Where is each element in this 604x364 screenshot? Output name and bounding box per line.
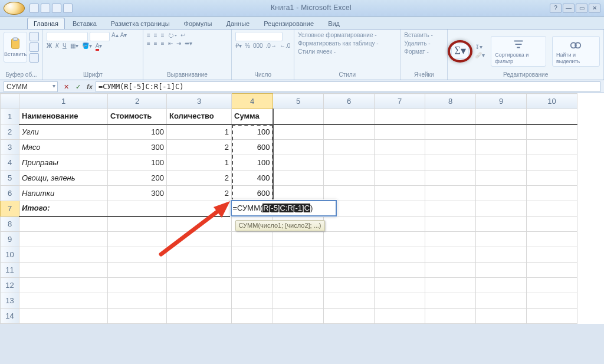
cell[interactable] [19,263,108,278]
tab-вид[interactable]: Вид [321,18,346,29]
cell[interactable] [19,293,108,309]
underline-icon[interactable]: Ч [63,42,67,50]
cell[interactable] [527,140,577,155]
cell[interactable] [425,232,476,247]
cell[interactable] [527,232,577,247]
font-color-icon[interactable]: A▾ [96,42,103,50]
row-header[interactable]: 12 [1,278,19,293]
col-header[interactable]: 8 [425,94,476,109]
cell[interactable] [476,170,527,186]
cell[interactable] [167,278,232,293]
row-header[interactable]: 3 [1,140,19,155]
cell[interactable] [19,309,108,324]
tab-рецензирование[interactable]: Рецензирование [257,18,320,29]
cell[interactable] [375,124,425,140]
row-header[interactable]: 14 [1,309,19,324]
cell[interactable]: 100 [108,124,167,140]
percent-icon[interactable]: % [245,42,250,50]
cell[interactable]: Угли [19,124,108,140]
cell[interactable] [167,201,232,217]
number-format-select[interactable] [235,32,283,41]
col-header[interactable]: 5 [273,94,324,109]
cell[interactable] [527,170,577,186]
cell[interactable]: Наименование [19,109,108,124]
cell[interactable] [108,293,167,309]
cell[interactable] [425,217,476,232]
clear-button[interactable]: 🩹▾ [475,52,485,59]
cell[interactable]: 100 [108,155,167,170]
cell[interactable] [273,309,324,324]
cell[interactable] [425,309,476,324]
col-header[interactable]: 4 [232,94,273,109]
copy-icon[interactable] [29,42,39,52]
cell[interactable] [19,247,108,263]
cell[interactable] [375,232,425,247]
cell[interactable]: Сумма [232,109,273,124]
cell[interactable] [527,201,577,217]
align-left-icon[interactable]: ≡ [147,40,150,47]
cell[interactable] [425,155,476,170]
cell[interactable] [375,247,425,263]
cell[interactable] [167,293,232,309]
cell[interactable] [375,155,425,170]
cell[interactable] [273,140,324,155]
row-header[interactable]: 9 [1,232,19,247]
cell[interactable] [108,217,167,232]
cancel-edit-button[interactable]: ✕ [61,81,71,92]
cell[interactable] [108,247,167,263]
cell[interactable]: Приправы [19,155,108,170]
format-painter-icon[interactable] [29,53,39,63]
cell[interactable] [232,263,273,278]
cell[interactable] [476,232,527,247]
cell[interactable] [425,263,476,278]
format-cells-button[interactable]: Формат - [404,48,429,55]
cell[interactable] [375,278,425,293]
cell[interactable] [324,278,375,293]
cell[interactable] [108,232,167,247]
cell[interactable] [375,170,425,186]
currency-icon[interactable]: ₽▾ [235,42,242,50]
cell[interactable] [324,247,375,263]
orientation-icon[interactable]: ⭮▾ [168,32,177,39]
row-header[interactable]: 11 [1,263,19,278]
cell[interactable] [476,309,527,324]
cell[interactable]: 300 [108,186,167,201]
cell[interactable] [19,217,108,232]
office-button[interactable] [4,2,25,15]
enter-edit-button[interactable]: ✓ [73,81,83,92]
paste-button[interactable]: Вставить [4,32,27,63]
wrap-text-icon[interactable]: ↩ [180,32,185,39]
cell[interactable]: 2 [167,186,232,201]
cell[interactable] [324,170,375,186]
fill-button[interactable]: ↧▾ [475,44,485,51]
cell[interactable] [476,109,527,124]
cell[interactable] [425,109,476,124]
cell[interactable] [476,293,527,309]
spreadsheet-grid[interactable]: 123456789101НаименованиеСтоимостьКоличес… [0,93,604,324]
col-header[interactable]: 3 [167,94,232,109]
qat-save-icon[interactable] [29,4,39,13]
cell[interactable] [273,263,324,278]
cell[interactable]: Напитки [19,186,108,201]
tab-вставка[interactable]: Вставка [66,18,103,29]
cell[interactable] [476,186,527,201]
cell[interactable] [527,155,577,170]
bold-icon[interactable]: Ж [47,42,52,50]
cell[interactable] [375,217,425,232]
cell[interactable]: Овощи, зелень [19,170,108,186]
cell[interactable] [476,155,527,170]
row-header[interactable]: 1 [1,109,19,124]
cell[interactable]: 1 [167,155,232,170]
insert-function-button[interactable]: fx [84,81,95,92]
cell[interactable] [425,124,476,140]
cell[interactable] [324,186,375,201]
cell[interactable] [476,140,527,155]
tab-разметка-страницы[interactable]: Разметка страницы [104,18,176,29]
align-center-icon[interactable]: ≡ [154,40,157,47]
minimize-button[interactable]: — [563,4,575,13]
cell[interactable] [324,124,375,140]
cell[interactable] [324,232,375,247]
formula-input[interactable]: =СУММ(R[-5]C:R[-1]C) [96,81,600,92]
cell[interactable]: 400 [232,170,273,186]
cell[interactable] [167,232,232,247]
